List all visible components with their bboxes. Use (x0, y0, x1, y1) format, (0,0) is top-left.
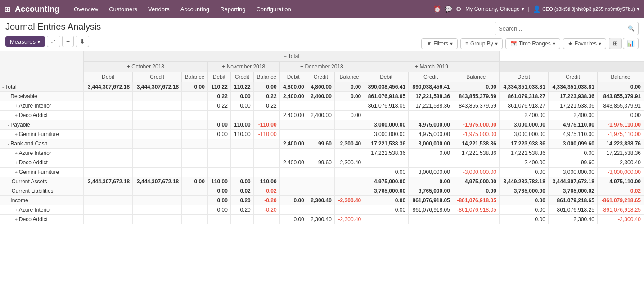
clock-icon[interactable]: ⏰ (433, 5, 441, 13)
group-by-label: Group By (470, 41, 493, 47)
nav-accounting[interactable]: Accounting (175, 0, 215, 18)
cell-nov-debit-5: 0.00 (207, 130, 230, 139)
expand-icon-12[interactable]: - (8, 198, 9, 203)
expand-icon-14[interactable]: + (15, 217, 18, 222)
cell-tot-credit-8: 99.60 (548, 158, 597, 168)
cell-mar-balance-13: -861,076,918.05 (453, 205, 499, 215)
cell-mar-balance-1: 843,855,379.69 (453, 92, 499, 101)
cell-tot-debit-9: 0.00 (499, 168, 548, 177)
row-label-3[interactable]: +Deco Addict (0, 111, 84, 120)
cell-oct-credit-6 (133, 139, 182, 149)
chart-view-button[interactable]: 📊 (623, 38, 639, 49)
expand-icon-8[interactable]: + (15, 160, 18, 165)
cell-nov-balance-6 (253, 139, 279, 149)
nav-customers[interactable]: Customers (104, 0, 143, 18)
row-label-5[interactable]: +Gemini Furniture (0, 130, 84, 139)
cell-oct-credit-10: 3,444,307,672.18 (133, 177, 182, 186)
cell-oct-debit-8 (84, 158, 133, 168)
expand-icon-9[interactable]: + (15, 170, 18, 175)
adjust-icon-button[interactable]: ⇌ (47, 36, 60, 47)
cell-dec-credit-1: 2,400.00 (307, 92, 334, 101)
nav-reporting[interactable]: Reporting (215, 0, 251, 18)
expand-icon-10[interactable]: + (8, 179, 10, 184)
cell-tot-credit-14: 2,300.40 (548, 215, 597, 224)
row-label-2[interactable]: +Azure Interior (0, 101, 84, 111)
nav-vendors[interactable]: Vendors (143, 0, 175, 18)
cell-oct-balance-9 (182, 168, 208, 177)
cell-nov-credit-0: 110.22 (230, 82, 253, 92)
total-header: − Total (84, 51, 500, 62)
add-icon-button[interactable]: + (62, 36, 74, 47)
cell-nov-debit-3 (207, 111, 230, 120)
user-menu[interactable]: 👤 CEO (s3kt5tli8jhhk0p3lp255inp9m8y57bu)… (533, 5, 639, 13)
row-label-1[interactable]: -Receivable (0, 92, 84, 101)
grid-view-button[interactable]: ⊞ (609, 38, 622, 49)
cell-oct-balance-10: 0.00 (182, 177, 208, 186)
expand-icon-3[interactable]: + (15, 113, 18, 118)
app-grid-icon[interactable]: ⊞ (5, 5, 10, 14)
cell-mar-debit-0: 890,038,456.41 (364, 82, 409, 92)
search-bar[interactable]: 🔍 (495, 22, 639, 35)
favorites-label: Favorites (575, 41, 597, 47)
chat-icon[interactable]: 💬 (445, 5, 452, 13)
cell-mar-balance-6: 14,221,538.36 (453, 139, 499, 149)
cell-tot-credit-9: 3,000,000.00 (548, 168, 597, 177)
company-selector[interactable]: My Company, Chicago ▾ (465, 6, 524, 12)
cell-dec-credit-2 (307, 101, 334, 111)
nov-credit-header: Credit (230, 72, 253, 82)
row-label-10[interactable]: +Current Assets (0, 177, 84, 186)
cell-mar-credit-10: 0.00 (409, 177, 453, 186)
expand-icon-6[interactable]: - (8, 141, 9, 146)
nav-configuration[interactable]: Configuration (251, 0, 296, 18)
expand-icon-11[interactable]: + (8, 189, 10, 194)
cell-mar-balance-4: -1,975,000.00 (453, 120, 499, 130)
expand-icon-0[interactable]: - (2, 85, 4, 90)
app-name: Accounting (15, 5, 59, 14)
cell-nov-credit-8 (230, 158, 253, 168)
download-icon-button[interactable]: ⬇ (76, 36, 89, 47)
row-label-6[interactable]: -Bank and Cash (0, 139, 84, 149)
row-label-11[interactable]: +Current Liabilities (0, 186, 84, 196)
star-icon: ★ (568, 41, 573, 47)
cell-dec-balance-0: 0.00 (334, 82, 364, 92)
row-label-4[interactable]: -Payable (0, 120, 84, 130)
cell-nov-credit-1: 0.00 (230, 92, 253, 101)
group-by-button[interactable]: ≡ Group By ▾ (460, 38, 503, 49)
expand-icon-5[interactable]: + (15, 132, 18, 137)
nav-right: ⏰ 💬 ⚙ My Company, Chicago ▾ | 👤 CEO (s3k… (433, 5, 639, 13)
measures-button[interactable]: Measures ▾ (5, 36, 45, 47)
favorites-button[interactable]: ★ Favorites ▾ (563, 38, 606, 49)
expand-icon-4[interactable]: - (8, 123, 9, 127)
row-label-0[interactable]: -Total (0, 82, 84, 92)
cell-oct-debit-0: 3,444,307,672.18 (84, 82, 133, 92)
row-label-13[interactable]: +Azure Interior (0, 205, 84, 215)
row-label-12[interactable]: -Income (0, 196, 84, 205)
row-label-9[interactable]: +Gemini Furniture (0, 168, 84, 177)
time-ranges-button[interactable]: 📅 Time Ranges ▾ (505, 38, 560, 49)
cell-mar-credit-3 (409, 111, 453, 120)
cell-nov-debit-6 (207, 139, 230, 149)
cell-dec-debit-0: 4,800.00 (279, 82, 307, 92)
settings-icon[interactable]: ⚙ (456, 5, 462, 13)
cell-mar-credit-9: 3,000,000.00 (409, 168, 453, 177)
expand-icon-13[interactable]: + (15, 208, 18, 213)
filters-button[interactable]: ▼ Filters ▾ (421, 38, 458, 49)
row-label-14[interactable]: +Deco Addict (0, 215, 84, 224)
cell-oct-debit-1 (84, 92, 133, 101)
row-label-8[interactable]: +Deco Addict (0, 158, 84, 168)
row-label-7[interactable]: +Azure Interior (0, 149, 84, 158)
cell-mar-balance-2: 843,855,379.69 (453, 101, 499, 111)
cell-tot-credit-10: 3,444,307,672.18 (548, 177, 597, 186)
cell-oct-credit-1 (133, 92, 182, 101)
cell-nov-debit-0: 110.22 (207, 82, 230, 92)
expand-icon-1[interactable]: - (8, 94, 9, 99)
expand-icon-2[interactable]: + (15, 104, 18, 109)
cell-oct-credit-12 (133, 196, 182, 205)
cell-mar-debit-14 (364, 215, 409, 224)
oct-balance-header: Balance (182, 72, 208, 82)
search-input[interactable] (499, 25, 628, 32)
nav-overview[interactable]: Overview (68, 0, 104, 18)
expand-icon-7[interactable]: + (15, 151, 18, 156)
cell-tot-balance-8: 2,300.40 (597, 158, 644, 168)
cell-mar-debit-10: 4,975,000.00 (364, 177, 409, 186)
